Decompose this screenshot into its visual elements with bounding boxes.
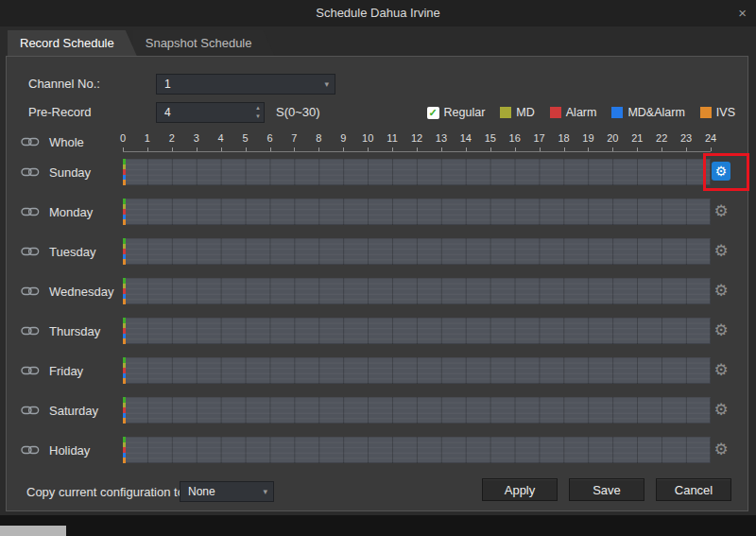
hour-tick [197, 147, 198, 151]
gear-icon-monday[interactable]: ⚙ [712, 201, 730, 222]
timeline-thursday[interactable] [123, 318, 711, 344]
row-label-monday: Monday [49, 205, 93, 219]
hour-label: 7 [291, 132, 297, 144]
cancel-button[interactable]: Cancel [656, 478, 731, 501]
hour-label: 14 [460, 132, 472, 144]
legend-item-regular: ✓Regular [427, 106, 486, 119]
schedule-type-stripes [123, 318, 126, 344]
legend-swatch-ivs [700, 107, 712, 118]
hour-label: 22 [656, 132, 667, 144]
hour-label: 2 [169, 132, 175, 144]
row-label-tuesday: Tuesday [49, 245, 95, 259]
hour-tick [318, 147, 319, 151]
schedule-type-stripes [123, 357, 126, 384]
copy-config-label: Copy current configuration to [26, 482, 184, 503]
hour-tick [637, 147, 638, 151]
schedule-type-stripes [123, 199, 126, 225]
schedule-type-stripes [123, 397, 126, 424]
gear-icon-sunday[interactable]: ⚙ [712, 162, 730, 181]
dialog-title: Schedule Dahua Irvine [0, 0, 756, 26]
hour-tick [343, 147, 344, 151]
footer-buttons: ApplySaveCancel [482, 478, 731, 501]
gear-icon-wednesday[interactable]: ⚙ [712, 281, 730, 302]
caret-down-icon: ▾ [263, 482, 267, 501]
hour-label: 0 [120, 132, 126, 144]
hour-tick [441, 147, 442, 151]
gear-icon-friday[interactable]: ⚙ [712, 360, 730, 381]
link-icon[interactable] [21, 206, 40, 217]
spinner-up-icon[interactable]: ▲ [255, 104, 261, 112]
hour-label: 9 [340, 132, 346, 144]
hour-tick [221, 147, 222, 151]
link-icon[interactable] [21, 405, 40, 416]
channel-value: 1 [164, 75, 171, 94]
spinner-down-icon[interactable]: ▼ [255, 112, 261, 121]
schedule-type-stripes [123, 238, 126, 265]
timeline-holiday[interactable] [123, 437, 711, 463]
hour-tick [466, 147, 467, 151]
pre-record-unit: S(0~30) [276, 102, 320, 123]
hour-label: 15 [485, 132, 496, 144]
link-icon[interactable] [21, 325, 40, 337]
pre-record-value: 4 [164, 103, 171, 122]
legend-label: Alarm [566, 106, 597, 119]
hour-label: 4 [218, 132, 224, 144]
timeline-sunday[interactable] [123, 159, 711, 185]
link-icon[interactable] [21, 246, 40, 257]
timeline-tuesday[interactable] [123, 238, 711, 265]
gear-icon-thursday[interactable]: ⚙ [712, 320, 730, 341]
gear-icon-tuesday[interactable]: ⚙ [712, 241, 730, 262]
schedule-type-stripes [123, 159, 126, 185]
hour-tick [490, 147, 491, 151]
hour-tick [612, 147, 613, 151]
close-icon[interactable]: × [738, 0, 747, 26]
gear-icon-holiday[interactable]: ⚙ [712, 440, 730, 460]
row-label-thursday: Thursday [49, 324, 100, 338]
hour-tick [540, 147, 541, 151]
hour-tick [588, 147, 589, 151]
schedule-type-stripes [123, 437, 126, 463]
hour-tick [392, 147, 393, 151]
hour-tick [147, 147, 148, 151]
apply-button[interactable]: Apply [482, 478, 558, 501]
caret-down-icon: ▾ [324, 75, 329, 94]
timeline-monday[interactable] [123, 199, 711, 225]
legend: ✓RegularMDAlarmMD&AlarmIVS [427, 102, 735, 123]
legend-label: MD&Alarm [627, 106, 684, 119]
titlebar: Schedule Dahua Irvine × [0, 0, 756, 26]
legend-item-ivs: IVS [700, 106, 735, 119]
timeline-wednesday[interactable] [123, 278, 711, 304]
hour-tick [515, 147, 516, 151]
hour-tick [662, 147, 662, 151]
channel-select[interactable]: 1 ▾ [156, 74, 335, 95]
hour-label: 6 [266, 132, 272, 144]
pre-record-label: Pre-Record [28, 102, 91, 123]
row-label-sunday: Sunday [49, 165, 91, 180]
hour-label: 1 [145, 132, 150, 144]
check-icon: ✓ [428, 108, 437, 118]
link-icon[interactable] [21, 444, 40, 456]
hour-label: 13 [436, 132, 447, 144]
hour-tick [368, 147, 369, 151]
timeline-friday[interactable] [123, 357, 711, 384]
save-button[interactable]: Save [569, 478, 644, 501]
link-icon[interactable] [21, 136, 40, 147]
pre-record-input[interactable]: 4 ▲ ▼ [156, 102, 265, 123]
legend-swatch-alarm [550, 107, 561, 118]
hour-tick [123, 147, 124, 151]
link-icon[interactable] [21, 166, 40, 178]
link-icon[interactable] [21, 365, 40, 376]
timeline-saturday[interactable] [123, 397, 711, 424]
hour-tick [246, 147, 247, 151]
hour-label: 19 [582, 132, 593, 144]
regular-checkbox[interactable]: ✓ [427, 107, 439, 119]
tab-snapshot-schedule[interactable]: Snapshot Schedule [133, 30, 275, 56]
hour-label: 21 [631, 132, 643, 144]
hour-label: 3 [194, 132, 199, 144]
pre-record-spinner: ▲ ▼ [255, 104, 261, 121]
copy-config-select[interactable]: None ▾ [180, 481, 274, 502]
gear-icon-saturday[interactable]: ⚙ [712, 400, 730, 421]
row-label-holiday: Holiday [49, 443, 90, 458]
tab-record-schedule[interactable]: Record Schedule [8, 30, 137, 56]
link-icon[interactable] [21, 285, 40, 297]
